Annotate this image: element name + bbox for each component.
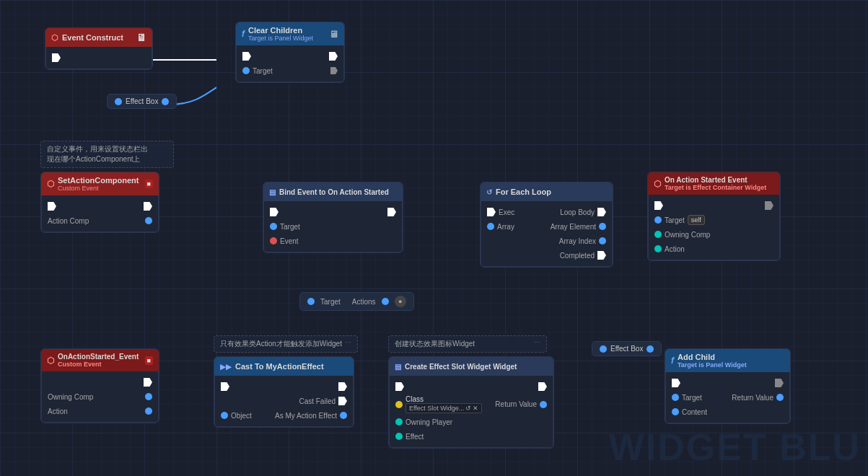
content-pin[interactable] bbox=[672, 408, 679, 415]
add-child-func-icon: f bbox=[671, 356, 674, 366]
owning-player-pin[interactable] bbox=[395, 418, 403, 426]
exec-out[interactable] bbox=[387, 208, 396, 216]
oas-owning-pin[interactable] bbox=[654, 231, 662, 238]
array-elem-pin[interactable] bbox=[599, 223, 606, 230]
exec-out[interactable] bbox=[765, 201, 773, 210]
as-effect-pin[interactable] bbox=[340, 412, 347, 419]
exec-out-pin[interactable] bbox=[329, 52, 338, 61]
create-effect-slot-node: ▤ Create Effect Slot Widget Widget Class… bbox=[388, 356, 554, 449]
target-left-pin[interactable] bbox=[307, 298, 315, 305]
as-effect-label: As My Action Effect bbox=[275, 412, 337, 420]
actions-right-pin[interactable] bbox=[382, 298, 389, 305]
var-pin1[interactable] bbox=[115, 98, 122, 105]
cast-exec-row bbox=[215, 379, 353, 394]
cast-object-row: Object As My Action Effect bbox=[215, 408, 353, 423]
return-val-label: Return Value bbox=[732, 394, 773, 402]
add-child-exec-row bbox=[666, 376, 789, 390]
class-pin[interactable] bbox=[395, 401, 403, 408]
comment-expand2[interactable]: ⋯ bbox=[534, 339, 540, 346]
effect-box-label2: Effect Box bbox=[610, 345, 643, 353]
add-return-pin[interactable] bbox=[776, 394, 784, 401]
oas-icon: ⬡ bbox=[654, 179, 661, 189]
owning-comp-pin[interactable] bbox=[145, 393, 152, 400]
exec-out-pin[interactable] bbox=[52, 53, 61, 62]
oas-action-pin[interactable] bbox=[654, 245, 662, 252]
owning-player-label: Owning Player bbox=[405, 418, 452, 426]
clear-icon[interactable]: ✕ bbox=[473, 405, 478, 412]
action-pin[interactable] bbox=[145, 407, 152, 415]
completed-pin[interactable] bbox=[597, 251, 606, 260]
event-construct-icon: ⬡ bbox=[51, 33, 58, 43]
clear-children-target-row: Target bbox=[237, 63, 343, 78]
completed-label: Completed bbox=[560, 252, 595, 260]
exec-out[interactable] bbox=[144, 202, 152, 211]
oas-custom-action-row: Action bbox=[42, 404, 158, 418]
object-in-pin[interactable] bbox=[221, 412, 228, 419]
oas-custom-exec-row bbox=[42, 375, 158, 389]
clear-children-body: Target bbox=[236, 45, 344, 82]
effect-box-var2: Effect Box bbox=[592, 341, 662, 356]
target-actions-target: Target bbox=[320, 298, 341, 306]
event-construct-node: ⬡ Event Construct 🖥 bbox=[45, 27, 153, 70]
var-out-pin1[interactable] bbox=[162, 98, 169, 105]
exec-in-pin[interactable] bbox=[242, 52, 251, 61]
action-comp-row: Action Comp bbox=[42, 213, 158, 228]
var-pin2[interactable] bbox=[600, 345, 607, 353]
add-child-header: f Add Child Target is Panel Widget bbox=[665, 349, 790, 372]
set-action-title-group: SetActionComponent Custom Event bbox=[58, 176, 139, 192]
exec-in[interactable] bbox=[487, 208, 496, 216]
var-out-pin2[interactable] bbox=[646, 345, 654, 353]
for-each-title: For Each Loop bbox=[496, 188, 551, 196]
exec-out[interactable] bbox=[538, 382, 547, 391]
add-target-pin[interactable] bbox=[672, 394, 679, 401]
add-child-title-group: Add Child Target is Panel Widget bbox=[678, 353, 747, 369]
cast-to-my-action-node: ▶▶ Cast To MyActionEffect Cast Failed Ob… bbox=[214, 356, 354, 428]
cast-body: Cast Failed Object As My Action Effect bbox=[214, 376, 354, 427]
set-action-subtitle: Custom Event bbox=[58, 185, 139, 192]
oas-owning-row: Owning Comp bbox=[649, 227, 779, 242]
action-comp-pin[interactable] bbox=[145, 217, 152, 224]
exec-side-pin[interactable] bbox=[330, 67, 338, 74]
clear-children-title-group: Clear Children Target is Panel Widget bbox=[248, 26, 313, 42]
effect-box-label1: Effect Box bbox=[126, 97, 158, 105]
array-in-pin[interactable] bbox=[487, 223, 494, 230]
exec-out[interactable] bbox=[338, 382, 347, 391]
oas-target-pin[interactable] bbox=[654, 216, 662, 224]
exec-out[interactable] bbox=[144, 378, 152, 387]
refresh-icon[interactable]: ↺ bbox=[465, 405, 471, 412]
bind-event-title: Bind Event to On Action Started bbox=[279, 188, 389, 196]
target-in-pin[interactable] bbox=[242, 67, 250, 74]
effect-in-pin[interactable] bbox=[395, 433, 403, 440]
array-label: Array bbox=[497, 223, 514, 231]
array-index-pin[interactable] bbox=[599, 237, 606, 244]
set-action-title: SetActionComponent bbox=[58, 176, 139, 185]
exec-in[interactable] bbox=[654, 201, 663, 210]
comment-expand[interactable]: ⋯ bbox=[345, 339, 351, 346]
bind-event-header: ▤ Bind Event to On Action Started bbox=[263, 182, 403, 201]
cast-failed-pin[interactable] bbox=[338, 397, 347, 405]
exec-in[interactable] bbox=[672, 379, 680, 387]
knob-icon[interactable]: ● bbox=[395, 296, 406, 307]
bind-event-pin[interactable] bbox=[270, 237, 277, 244]
clear-children-subtitle: Target is Panel Widget bbox=[248, 35, 313, 42]
event-construct-header: ⬡ Event Construct 🖥 bbox=[45, 28, 152, 47]
loop-body-pin[interactable] bbox=[597, 208, 606, 216]
monitor-icon: 🖥 bbox=[136, 32, 146, 43]
exec-in[interactable] bbox=[221, 382, 229, 391]
bind-event-body: Target Event bbox=[263, 201, 403, 252]
exec-in[interactable] bbox=[395, 382, 404, 391]
bind-event-node: ▤ Bind Event to On Action Started Target… bbox=[263, 182, 403, 253]
set-action-header: ⬡ SetActionComponent Custom Event ■ bbox=[41, 172, 159, 195]
create-effect-comment: 创建状态效果图标Widget ⋯ bbox=[388, 335, 547, 353]
return-value-label: Return Value bbox=[495, 400, 537, 408]
exec-in[interactable] bbox=[270, 208, 279, 216]
oas-title: On Action Started Event bbox=[665, 176, 766, 184]
exec-in[interactable] bbox=[48, 202, 56, 211]
class-label: Class bbox=[405, 395, 482, 403]
bind-target-pin[interactable] bbox=[270, 223, 277, 230]
add-child-body: Target Return Value Content bbox=[665, 372, 790, 423]
action-comp-label: Action Comp bbox=[48, 217, 89, 225]
exec-out[interactable] bbox=[775, 379, 784, 387]
return-value-pin[interactable] bbox=[540, 401, 547, 408]
widget-icon: ▤ bbox=[395, 363, 401, 371]
